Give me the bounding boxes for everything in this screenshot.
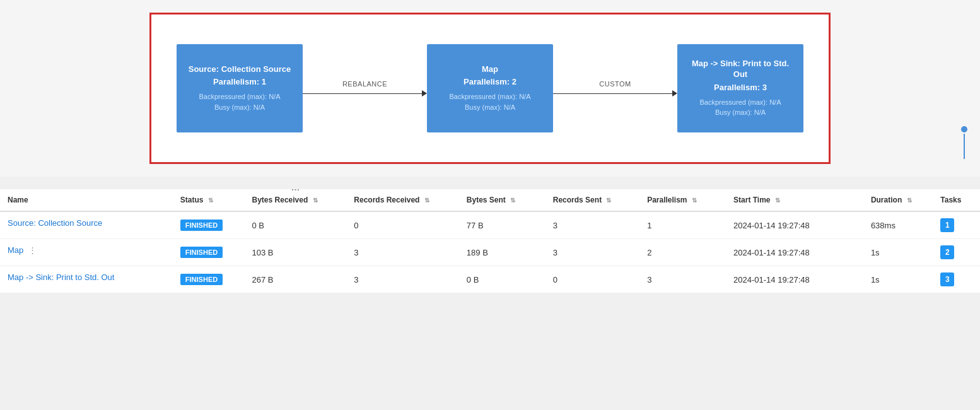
- cell-records-received-2: 3: [346, 266, 459, 293]
- cell-duration-2: 1s: [863, 266, 933, 293]
- cell-start-time-2: 2024-01-14 19:27:48: [726, 266, 863, 293]
- table-header-row: Name Status ⇅ ··· Bytes Received ⇅ Rec: [0, 189, 980, 211]
- scroll-bar: [964, 134, 965, 159]
- edge-rebalance-head: [422, 90, 427, 97]
- col-header-duration[interactable]: Duration ⇅: [863, 189, 933, 211]
- row-name-link-0[interactable]: Source: Collection Source: [8, 218, 102, 228]
- edge-rebalance: REBALANCE: [303, 80, 427, 97]
- sort-icon-records-sent: ⇅: [606, 197, 611, 204]
- cell-status-1: FINISHED: [173, 239, 245, 266]
- sort-icon-bytes-sent: ⇅: [510, 197, 515, 204]
- cell-status-0: FINISHED: [173, 211, 245, 239]
- cell-duration-0: 638ms: [863, 211, 933, 239]
- node-sink-parallelism: Parallelism: 3: [714, 83, 767, 92]
- cell-records-received-1: 3: [346, 239, 459, 266]
- cell-start-time-1: 2024-01-14 19:27:48: [726, 239, 863, 266]
- edge-custom: CUSTOM: [553, 80, 677, 97]
- cell-bytes-received-0: 0 B: [245, 211, 347, 239]
- cell-status-2: FINISHED: [173, 266, 245, 293]
- edge-rebalance-body: [303, 93, 422, 94]
- cell-parallelism-1: 2: [639, 239, 726, 266]
- cell-bytes-received-2: 267 B: [245, 266, 347, 293]
- cell-bytes-received-1: 103 B: [245, 239, 347, 266]
- sort-icon-status: ⇅: [208, 197, 213, 204]
- diagram-area: Source: Collection Source Parallelism: 1…: [0, 0, 980, 177]
- col-header-start-time[interactable]: Start Time ⇅: [726, 189, 863, 211]
- edge-custom-head: [672, 90, 677, 97]
- jobs-table: Name Status ⇅ ··· Bytes Received ⇅ Rec: [0, 189, 980, 293]
- tasks-badge-1[interactable]: 2: [940, 245, 954, 259]
- cell-name-0: Source: Collection Source: [0, 212, 139, 234]
- cell-records-received-0: 0: [346, 211, 459, 239]
- col-header-name[interactable]: Name: [0, 189, 173, 211]
- node-sink-detail1: Backpressured (max): N/A: [700, 97, 781, 108]
- cell-bytes-sent-2: 0 B: [459, 266, 545, 293]
- edge-custom-body: [553, 93, 672, 94]
- node-map-parallelism: Parallelism: 2: [464, 77, 516, 86]
- diagram-container: Source: Collection Source Parallelism: 1…: [149, 13, 831, 164]
- cell-records-sent-0: 3: [545, 211, 639, 239]
- cell-tasks-2: 3: [933, 266, 980, 293]
- node-source-title: Source: Collection Source: [189, 64, 291, 75]
- cell-records-sent-2: 0: [545, 266, 639, 293]
- node-map-title: Map: [482, 64, 498, 75]
- sort-icon-parallelism: ⇅: [692, 197, 697, 204]
- node-sink[interactable]: Map -> Sink: Print to Std. Out Paralleli…: [677, 44, 803, 132]
- row-name-link-1[interactable]: Map: [8, 245, 23, 255]
- main-container: Source: Collection Source Parallelism: 1…: [0, 0, 980, 410]
- cell-parallelism-2: 3: [639, 266, 726, 293]
- status-badge-0: FINISHED: [180, 220, 223, 231]
- node-sink-detail2: Busy (max): N/A: [715, 107, 766, 118]
- table-area: Name Status ⇅ ··· Bytes Received ⇅ Rec: [0, 189, 980, 293]
- edge-rebalance-line: [303, 90, 427, 97]
- col-header-bytes-sent[interactable]: Bytes Sent ⇅: [459, 189, 545, 211]
- tasks-badge-2[interactable]: 3: [940, 272, 954, 286]
- cell-records-sent-1: 3: [545, 239, 639, 266]
- sort-icon-start-time: ⇅: [775, 197, 780, 204]
- node-source-detail1: Backpressured (max): N/A: [199, 91, 281, 102]
- node-map-detail1: Backpressured (max): N/A: [450, 91, 531, 102]
- row-menu-icon[interactable]: ⋮: [26, 245, 39, 255]
- cell-tasks-1: 2: [933, 239, 980, 266]
- cell-bytes-sent-0: 77 B: [459, 211, 545, 239]
- more-icon[interactable]: ···: [291, 189, 300, 196]
- cell-parallelism-0: 1: [639, 211, 726, 239]
- tasks-badge-0[interactable]: 1: [940, 218, 954, 232]
- edge-custom-line: [553, 90, 677, 97]
- table-row: Map ⋮ FINISHED 103 B 3 189 B 3 2 2024-01…: [0, 239, 980, 266]
- table-wrapper: Name Status ⇅ ··· Bytes Received ⇅ Rec: [0, 189, 980, 293]
- col-header-records-sent[interactable]: Records Sent ⇅: [545, 189, 639, 211]
- cell-name-2: Map -> Sink: Print to Std. Out: [0, 266, 139, 288]
- col-header-bytes-received[interactable]: ··· Bytes Received ⇅: [245, 189, 347, 211]
- col-header-tasks: Tasks: [933, 189, 980, 211]
- sort-icon-bytes-received: ⇅: [313, 197, 318, 204]
- node-source-detail2: Busy (max): N/A: [214, 102, 265, 113]
- col-header-records-received[interactable]: Records Received ⇅: [346, 189, 459, 211]
- cell-tasks-0: 1: [933, 211, 980, 239]
- col-header-parallelism[interactable]: Parallelism ⇅: [639, 189, 726, 211]
- node-map-detail2: Busy (max): N/A: [465, 102, 515, 113]
- cell-start-time-0: 2024-01-14 19:27:48: [726, 211, 863, 239]
- node-source-parallelism: Parallelism: 1: [213, 77, 266, 86]
- edge-rebalance-label: REBALANCE: [342, 80, 387, 88]
- status-badge-2: FINISHED: [180, 274, 223, 285]
- scroll-indicator: [961, 126, 967, 159]
- cell-name-1: Map ⋮: [0, 239, 139, 261]
- scroll-dot: [961, 126, 967, 132]
- cell-duration-1: 1s: [863, 239, 933, 266]
- table-row: Source: Collection Source FINISHED 0 B 0…: [0, 211, 980, 239]
- col-header-status[interactable]: Status ⇅: [173, 189, 245, 211]
- node-map[interactable]: Map Parallelism: 2 Backpressured (max): …: [427, 44, 553, 132]
- sort-icon-records-received: ⇅: [424, 197, 429, 204]
- node-sink-title: Map -> Sink: Print to Std. Out: [685, 59, 796, 80]
- node-source[interactable]: Source: Collection Source Parallelism: 1…: [177, 44, 303, 132]
- row-name-link-2[interactable]: Map -> Sink: Print to Std. Out: [8, 272, 114, 282]
- table-row: Map -> Sink: Print to Std. Out FINISHED …: [0, 266, 980, 293]
- sort-icon-duration: ⇅: [907, 197, 912, 204]
- cell-bytes-sent-1: 189 B: [459, 239, 545, 266]
- edge-custom-label: CUSTOM: [599, 80, 631, 88]
- status-badge-1: FINISHED: [180, 247, 223, 258]
